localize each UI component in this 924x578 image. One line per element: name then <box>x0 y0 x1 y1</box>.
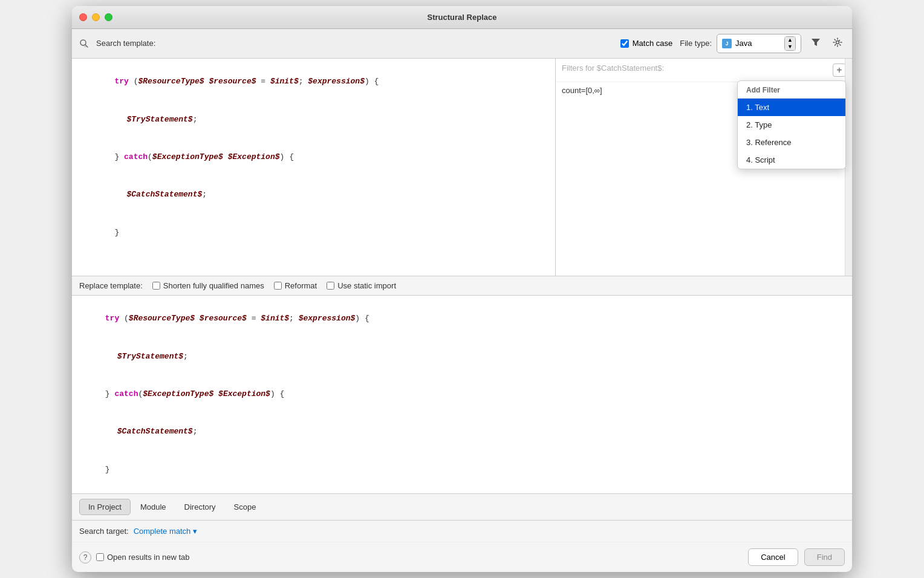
reformat-checkbox[interactable] <box>274 282 282 290</box>
chevron-down-icon: ▾ <box>193 527 197 536</box>
svg-marker-3 <box>812 39 820 46</box>
toolbar: Search template: Match case File type: J… <box>72 29 852 59</box>
close-button[interactable] <box>79 13 87 21</box>
search-icon <box>79 39 89 48</box>
window-title: Structural Replace <box>428 13 497 22</box>
open-results-checkbox[interactable] <box>96 553 104 561</box>
gear-icon <box>833 37 842 47</box>
match-case-checkbox[interactable] <box>620 39 629 48</box>
add-filter-dropdown: Add Filter 1. Text 2. Type 3. Reference … <box>737 80 846 169</box>
main-content: try ($ResourceType$ $resource$ = $init$;… <box>72 59 852 276</box>
replace-label: Replace template: <box>79 281 143 290</box>
shorten-names-label: Shorten fully qualified names <box>152 281 264 290</box>
replace-code-line-1: try ($ResourceType$ $resource$ = $init$;… <box>77 300 847 338</box>
complete-match-text: Complete match <box>134 527 191 536</box>
dropdown-item-script[interactable]: 4. Script <box>738 151 845 169</box>
settings-button[interactable] <box>830 35 845 52</box>
code-line-4: $CatchStatement$; <box>77 177 550 214</box>
bottom-left: ? Open results in new tab <box>79 551 190 563</box>
scope-tabs: In Project Module Directory Scope <box>72 494 852 521</box>
code-line-5: } <box>77 214 550 252</box>
filetype-select[interactable]: J Java ▲ ▼ <box>717 34 801 53</box>
stepper-up-icon[interactable]: ▲ <box>785 37 795 44</box>
static-import-text: Use static import <box>337 281 396 290</box>
shorten-names-checkbox[interactable] <box>152 282 160 290</box>
reformat-label: Reformat <box>274 281 317 290</box>
filter-button[interactable] <box>808 35 823 52</box>
main-window: Structural Replace Search template: Matc… <box>72 6 852 573</box>
minimize-button[interactable] <box>92 13 100 21</box>
open-results-text: Open results in new tab <box>107 553 190 562</box>
java-file-icon: J <box>722 39 732 48</box>
reformat-text: Reformat <box>285 281 317 290</box>
complete-match-button[interactable]: Complete match ▾ <box>134 527 198 536</box>
dropdown-item-text[interactable]: 1. Text <box>738 99 845 116</box>
filetype-stepper[interactable]: ▲ ▼ <box>784 36 796 51</box>
search-template-panel[interactable]: try ($ResourceType$ $resource$ = $init$;… <box>72 59 556 276</box>
code-line-3: } catch($ExceptionType$ $Exception$) { <box>77 138 550 176</box>
search-target-row: Search target: Complete match ▾ <box>72 521 852 542</box>
dropdown-item-type[interactable]: 2. Type <box>738 116 845 134</box>
replace-code-line-2: $TryStatement$; <box>77 338 847 375</box>
replace-code-line-5: } <box>77 451 847 489</box>
filetype-label: File type: <box>680 39 712 48</box>
replace-code-line-4: $CatchStatement$; <box>77 414 847 451</box>
filter-title: Filters for $CatchStatement$: <box>562 63 664 73</box>
replace-template-panel[interactable]: try ($ResourceType$ $resource$ = $init$;… <box>72 296 852 495</box>
tab-module[interactable]: Module <box>132 499 175 515</box>
dropdown-item-reference[interactable]: 3. Reference <box>738 134 845 151</box>
find-button[interactable]: Find <box>804 548 845 566</box>
filter-icon <box>811 37 821 47</box>
add-filter-wrap: + Add Filter 1. Text 2. Type 3. Referenc… <box>833 63 846 77</box>
code-line-1: try ($ResourceType$ $resource$ = $init$;… <box>77 63 550 101</box>
static-import-checkbox[interactable] <box>327 282 334 290</box>
tab-scope[interactable]: Scope <box>226 499 265 515</box>
open-results-label: Open results in new tab <box>96 553 190 562</box>
filter-panel: Filters for $CatchStatement$: + Add Filt… <box>556 59 852 276</box>
replace-bar: Replace template: Shorten fully qualifie… <box>72 276 852 296</box>
match-case-label: Match case <box>633 39 672 48</box>
title-bar: Structural Replace <box>72 6 852 29</box>
cancel-button[interactable]: Cancel <box>748 548 798 566</box>
match-case-wrap: Match case <box>620 39 672 48</box>
window-controls <box>79 13 112 21</box>
filetype-value: Java <box>735 39 781 48</box>
search-target-label: Search target: <box>79 527 129 536</box>
add-filter-button[interactable]: + <box>833 63 846 77</box>
filetype-wrap: File type: J Java ▲ ▼ <box>680 34 801 53</box>
tab-directory[interactable]: Directory <box>176 499 224 515</box>
stepper-down-icon[interactable]: ▼ <box>785 44 795 50</box>
replace-code-line-3: } catch($ExceptionType$ $Exception$) { <box>77 375 847 413</box>
bottom-bar: ? Open results in new tab Cancel Find <box>72 542 852 572</box>
search-icon-wrap <box>79 39 89 48</box>
shorten-names-text: Shorten fully qualified names <box>163 281 264 290</box>
filter-header: Filters for $CatchStatement$: + Add Filt… <box>556 59 852 82</box>
static-import-label: Use static import <box>327 281 396 290</box>
bottom-right: Cancel Find <box>748 548 845 566</box>
maximize-button[interactable] <box>105 13 112 21</box>
tab-in-project[interactable]: In Project <box>79 499 131 515</box>
help-button[interactable]: ? <box>79 551 91 563</box>
code-line-2: $TryStatement$; <box>77 101 550 138</box>
search-template-label: Search template: <box>96 39 155 48</box>
dropdown-title: Add Filter <box>738 81 845 99</box>
help-icon: ? <box>83 553 88 562</box>
